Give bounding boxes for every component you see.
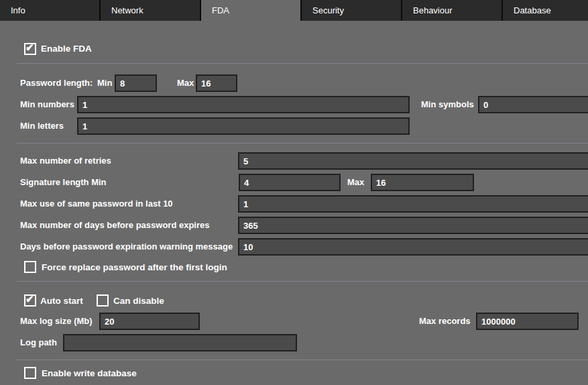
max-same-password-input[interactable] bbox=[238, 195, 588, 213]
can-disable-checkbox[interactable] bbox=[97, 294, 109, 307]
min-symbols-input[interactable] bbox=[478, 96, 588, 113]
password-length-max-input[interactable] bbox=[196, 74, 237, 92]
tab-network[interactable]: Network bbox=[101, 0, 201, 21]
force-replace-checkbox[interactable] bbox=[24, 261, 36, 273]
log-path-label: Log path bbox=[20, 334, 57, 351]
tab-fda[interactable]: FDA bbox=[201, 0, 302, 21]
can-disable-label: Can disable bbox=[113, 295, 164, 307]
max-retries-label: Max number of retries bbox=[20, 152, 111, 170]
auto-start-checkbox[interactable] bbox=[24, 294, 36, 307]
max-retries-input[interactable] bbox=[238, 152, 588, 170]
min-letters-label: Min letters bbox=[20, 117, 64, 135]
max-records-input[interactable] bbox=[476, 313, 579, 330]
min-symbols-label: Min symbols bbox=[421, 96, 474, 113]
days-warning-label: Days before password expiration warning … bbox=[20, 238, 233, 256]
enable-write-database-label: Enable write database bbox=[42, 368, 137, 380]
signature-length-min-input[interactable] bbox=[239, 174, 341, 191]
section-divider bbox=[17, 63, 588, 64]
max-days-before-expire-input[interactable] bbox=[238, 217, 588, 234]
tab-behaviour[interactable]: Behaviour bbox=[402, 0, 503, 21]
section-divider bbox=[17, 281, 588, 282]
password-length-min-label: Min bbox=[97, 74, 112, 92]
enable-fda-label: Enable FDA bbox=[41, 43, 92, 55]
max-records-label: Max records bbox=[419, 313, 471, 330]
min-numbers-label: Min numbers bbox=[20, 96, 74, 113]
settings-window: InfoNetworkFDASecurityBehaviourDatabase … bbox=[0, 0, 588, 385]
password-length-max-label: Max bbox=[177, 74, 194, 92]
enable-fda-checkbox[interactable] bbox=[24, 43, 36, 55]
password-length-min-input[interactable] bbox=[115, 74, 157, 92]
tab-security[interactable]: Security bbox=[302, 0, 402, 21]
min-letters-input[interactable] bbox=[77, 117, 410, 135]
days-warning-input[interactable] bbox=[238, 238, 588, 256]
password-length-label: Password length: bbox=[20, 74, 93, 92]
force-replace-label: Force replace password after the first l… bbox=[42, 262, 227, 274]
tab-database[interactable]: Database bbox=[503, 0, 588, 21]
signature-length-max-label: Max bbox=[347, 174, 364, 191]
auto-start-label: Auto start bbox=[40, 295, 83, 307]
log-path-input[interactable] bbox=[63, 334, 297, 351]
max-days-before-expire-label: Max number of days before password expir… bbox=[20, 217, 209, 234]
max-same-password-label: Max use of same password in last 10 bbox=[20, 195, 173, 213]
signature-length-max-input[interactable] bbox=[371, 174, 474, 191]
tab-bar: InfoNetworkFDASecurityBehaviourDatabase bbox=[0, 0, 588, 21]
section-divider bbox=[17, 143, 588, 144]
enable-write-database-checkbox[interactable] bbox=[24, 367, 36, 379]
section-divider bbox=[17, 360, 588, 360]
tab-info[interactable]: Info bbox=[0, 0, 101, 21]
min-numbers-input[interactable] bbox=[77, 96, 410, 113]
max-log-size-input[interactable] bbox=[99, 313, 200, 330]
signature-length-label: Signature length Min bbox=[20, 174, 107, 191]
max-log-size-label: Max log size (Mb) bbox=[20, 313, 93, 330]
